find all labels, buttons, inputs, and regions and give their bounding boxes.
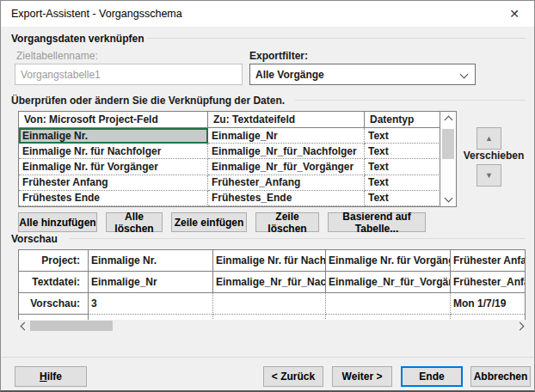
scrollbar-thumb[interactable] [442, 129, 454, 159]
preview-table: Project: Einmalige Nr. Einmalige Nr. für… [18, 249, 526, 320]
insert-row-button[interactable]: Zeile einfügen [171, 212, 247, 232]
scroll-up-icon[interactable] [440, 113, 456, 127]
base-on-table-button[interactable]: Basierend auf Tabelle... [328, 212, 426, 232]
table-row[interactable]: Frühestes Ende Frühestes_Ende Text [19, 191, 456, 206]
footer-separator [1, 357, 534, 358]
preview-cell: Frühester Anfang [451, 250, 526, 272]
preview-cell [213, 293, 326, 315]
row-label: Vorschau: [19, 293, 89, 315]
preview-cell: Einmalige_Nr [89, 272, 213, 293]
preview-project-row: Project: Einmalige Nr. Einmalige Nr. für… [19, 250, 525, 272]
target-table-input[interactable] [15, 64, 243, 85]
titlebar: Export-Assistent - Vorgangsschema ✕ [1, 1, 534, 27]
table-row[interactable]: Einmalige Nr. Einmalige_Nr Text [19, 128, 456, 144]
triangle-up-icon: ▲ [485, 134, 493, 143]
export-filter-select[interactable]: Alle Vorgänge [249, 64, 476, 85]
move-up-button[interactable]: ▲ [477, 127, 501, 150]
preview-cell: Einmalige Nr. [89, 250, 213, 272]
preview-data-row: Vorschau: 3 Mon 1/7/19 [19, 293, 525, 315]
preview-cell: Einmalige_Nr_für_Nachfolger [213, 272, 326, 293]
cell-type[interactable]: Text [365, 159, 440, 175]
cell-to[interactable]: Einmalige_Nr_für_Vorgänger [208, 159, 365, 175]
cell-from[interactable]: Einmalige Nr. für Nachfolger [19, 144, 208, 159]
target-table-label: Zieltabellenname: [16, 50, 98, 62]
cell-type[interactable]: Text [365, 144, 440, 159]
next-button[interactable]: Weiter > [332, 366, 392, 387]
cell-type[interactable]: Text [365, 191, 440, 206]
cell-to[interactable]: Frühestes_Ende [208, 191, 365, 206]
cell-from[interactable]: Frühester Anfang [19, 175, 208, 191]
mapping-group-line [295, 100, 526, 101]
scrollbar-thumb[interactable] [30, 321, 113, 331]
preview-cell: 3 [89, 293, 213, 315]
preview-group-label: Vorschau [11, 233, 58, 245]
scroll-down-icon[interactable] [440, 191, 456, 205]
scroll-left-icon[interactable] [18, 320, 30, 332]
table-row[interactable]: Einmalige Nr. für Vorgänger Einmalige_Nr… [19, 159, 456, 175]
cancel-button[interactable]: Abbrechen [470, 366, 531, 387]
delete-row-button[interactable]: Zeile löschen [255, 212, 319, 232]
move-label: Verschieben [457, 150, 531, 162]
cell-type[interactable]: Text [365, 175, 440, 191]
triangle-down-icon: ▼ [485, 171, 493, 180]
move-down-button[interactable]: ▼ [477, 164, 501, 187]
close-button[interactable]: ✕ [501, 3, 527, 25]
cell-from[interactable]: Frühestes Ende [19, 191, 208, 206]
help-button[interactable]: Hilfe [15, 366, 87, 387]
preview-textfile-row: Textdatei: Einmalige_Nr Einmalige_Nr_für… [19, 272, 525, 293]
window-title: Export-Assistent - Vorgangsschema [11, 8, 182, 20]
cell-from[interactable]: Einmalige Nr. für Vorgänger [19, 159, 208, 175]
table-row[interactable]: Einmalige Nr. für Nachfolger Einmalige_N… [19, 144, 456, 159]
link-group-line [147, 38, 526, 39]
field-mapping-table: Von: Microsoft Project-Feld Zu: Textdate… [18, 111, 457, 207]
preview-cell: Einmalige Nr. für Vorgänger [326, 250, 451, 272]
preview-cell: Mon 1/7/19 [451, 293, 526, 315]
add-all-button[interactable]: Alle hinzufügen [18, 212, 97, 232]
header-to[interactable]: Zu: Textdateifeld [208, 112, 365, 128]
export-wizard-dialog: Export-Assistent - Vorgangsschema ✕ Vorg… [0, 0, 535, 392]
scroll-right-icon[interactable] [513, 320, 526, 332]
chevron-down-icon [461, 71, 467, 77]
finish-button[interactable]: Ende [401, 366, 463, 387]
mapping-instruction: Überprüfen oder ändern Sie die Verknüpfu… [11, 95, 285, 107]
export-filter-label: Exportfilter: [249, 50, 308, 62]
cell-from-selected[interactable]: Einmalige Nr. [19, 128, 208, 144]
link-group-label: Vorgangsdaten verknüpfen [11, 33, 144, 45]
preview-group-line [70, 238, 526, 239]
preview-cell [326, 293, 451, 315]
preview-cell: Frühester_Anfang [451, 272, 526, 293]
preview-cell: Einmalige Nr. für Nachfolger [213, 250, 326, 272]
cell-type[interactable]: Text [365, 128, 440, 144]
cell-to[interactable]: Einmalige_Nr_für_Nachfolger [208, 144, 365, 159]
table-row[interactable]: Frühester Anfang Frühester_Anfang Text [19, 175, 456, 191]
preview-cell: Einmalige_Nr_für_Vorgänger [326, 272, 451, 293]
header-from[interactable]: Von: Microsoft Project-Feld [19, 112, 208, 128]
close-icon: ✕ [509, 7, 520, 21]
back-button[interactable]: < Zurück [263, 366, 323, 387]
mapping-header-row: Von: Microsoft Project-Feld Zu: Textdate… [19, 112, 456, 128]
cell-to[interactable]: Frühester_Anfang [208, 175, 365, 191]
clear-all-button[interactable]: Alle löschen [106, 212, 163, 232]
row-label: Project: [19, 250, 89, 272]
row-label: Textdatei: [19, 272, 89, 293]
export-filter-value: Alle Vorgänge [255, 69, 324, 81]
header-datatype[interactable]: Datentyp [365, 112, 440, 128]
mapping-vertical-scrollbar[interactable] [440, 112, 456, 206]
cell-to[interactable]: Einmalige_Nr [208, 128, 365, 144]
preview-horizontal-scrollbar[interactable] [18, 320, 526, 332]
